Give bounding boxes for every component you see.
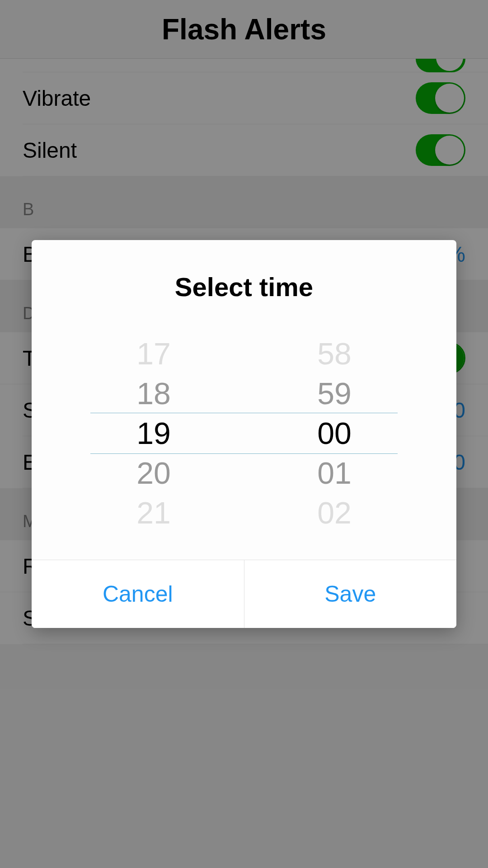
select-time-dialog: Select time 17 18 19 20 21 58 59 00 01 0… bbox=[32, 240, 456, 628]
minute-option: 59 bbox=[317, 373, 352, 413]
modal-overlay[interactable]: Select time 17 18 19 20 21 58 59 00 01 0… bbox=[0, 0, 488, 868]
save-button[interactable]: Save bbox=[244, 560, 457, 628]
dialog-buttons: Cancel Save bbox=[32, 560, 456, 628]
hour-picker[interactable]: 17 18 19 20 21 bbox=[108, 334, 199, 533]
minute-selected: 00 bbox=[317, 413, 352, 453]
hour-selected: 19 bbox=[136, 413, 171, 453]
minute-option: 01 bbox=[317, 453, 352, 493]
minute-option: 02 bbox=[317, 493, 352, 533]
time-picker: 17 18 19 20 21 58 59 00 01 02 bbox=[32, 320, 456, 560]
cancel-button[interactable]: Cancel bbox=[32, 560, 244, 628]
hour-option: 18 bbox=[136, 373, 171, 413]
minute-option: 58 bbox=[317, 334, 352, 373]
hour-option: 20 bbox=[136, 453, 171, 493]
dialog-title: Select time bbox=[32, 240, 456, 320]
minute-picker[interactable]: 58 59 00 01 02 bbox=[289, 334, 380, 533]
hour-option: 17 bbox=[136, 334, 171, 373]
hour-option: 21 bbox=[136, 493, 171, 533]
